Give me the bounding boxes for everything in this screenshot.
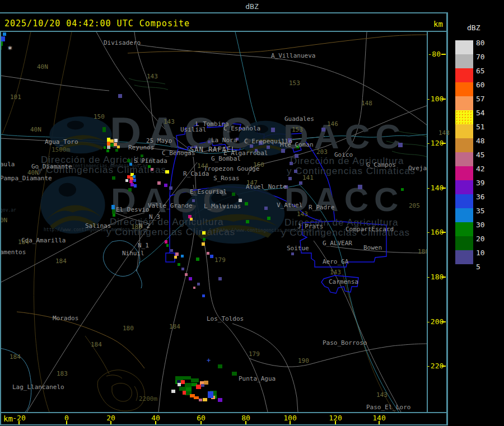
legend-color-box: [455, 166, 473, 180]
echo-cell: [129, 163, 132, 166]
place-label: N_1: [138, 242, 149, 249]
legend-color-box: [455, 96, 473, 110]
place-label: Bowen: [363, 244, 382, 251]
timestamp-label: 2025/10/20 04:42:00 UTC Composite: [4, 18, 190, 29]
place-label: S_Rosas: [213, 175, 239, 182]
place-label: V_Atuel: [277, 202, 302, 209]
route-label: 153: [289, 79, 300, 87]
radar-app-window: dBZ 2025/10/20 04:42:00 UTC Composite km: [0, 0, 504, 426]
place-label: Lag_Llancanelo: [12, 383, 64, 391]
route-label: 179: [249, 350, 260, 358]
point-marker: +: [207, 357, 211, 364]
watermark-caption-line1: Dirección de Agricultura: [110, 217, 235, 227]
echo-cell: [165, 170, 169, 174]
route-label: 160: [253, 161, 264, 168]
echo-cell: [202, 294, 205, 297]
echo-cell: [232, 372, 237, 376]
echo-cell: [181, 268, 184, 270]
map-border-right: [427, 32, 428, 412]
echo-cell: [196, 385, 201, 389]
x-axis-tick: [110, 421, 111, 424]
route-label: 141: [302, 174, 314, 181]
x-axis-tick: [245, 421, 246, 424]
legend-color-box: [455, 54, 473, 68]
echo-cell: [203, 238, 206, 241]
echo-cell: [321, 128, 325, 132]
y-axis-tick: [441, 232, 446, 233]
y-axis-tick-label: -140: [426, 184, 441, 192]
route-label: 146: [327, 120, 338, 128]
route-label: 40N: [30, 126, 41, 133]
place-label: G_ALVEAR: [323, 240, 352, 247]
place-label: El_Desvio: [116, 206, 150, 213]
legend-color-box: [455, 138, 473, 152]
echo-cell: [199, 399, 202, 401]
echo-cell: [134, 184, 137, 188]
bottom-frame-line: [0, 424, 448, 425]
place-label: A_Villanueva: [271, 52, 315, 59]
place-label: Carmensa: [329, 278, 358, 285]
route-label: 143: [376, 391, 388, 399]
echo-cell: [186, 387, 192, 391]
place-label: 25_Mayo: [146, 137, 172, 144]
echo-cell: [398, 143, 403, 147]
echo-cell: [189, 277, 192, 280]
place-label: Morados: [53, 315, 78, 322]
echo-cell: [178, 263, 180, 266]
echo-cell: [193, 287, 195, 289]
y-axis-tick-label: -80: [426, 50, 441, 58]
echo-cell: [3, 32, 6, 36]
x-axis-tick: [155, 421, 156, 424]
route-label: 143: [330, 269, 341, 276]
route-label: 179: [214, 256, 226, 264]
legend-value-label: 57: [476, 95, 485, 103]
legend-value-label: 70: [476, 53, 485, 61]
echo-cell: [190, 218, 193, 221]
echo-cell: [202, 242, 205, 246]
echo-cell: [245, 202, 248, 205]
echo-cell: [1, 46, 2, 50]
place-label: amentos: [1, 249, 26, 256]
echo-cell: [295, 154, 298, 158]
route-label: 147: [246, 179, 258, 186]
legend-value-label: 45: [476, 151, 485, 159]
echo-cell: [175, 376, 183, 380]
title-bar: dBZ: [0, 0, 504, 12]
legend-value-label: 20: [476, 235, 485, 243]
info-bar: 2025/10/20 04:42:00 UTC Composite km: [0, 13, 504, 31]
place-label: Goico: [334, 151, 353, 158]
legend-value-label: 48: [476, 137, 485, 145]
echo-cell: [106, 149, 109, 152]
echo-cell: [174, 256, 177, 259]
echo-cell: [169, 186, 172, 190]
place-label: Punta_Agua: [239, 375, 276, 382]
y-axis-tick: [441, 54, 446, 55]
legend-color-box: [455, 68, 473, 82]
y-axis-tick-label: -180: [426, 273, 441, 281]
echo-cell: [194, 396, 199, 399]
echo-cell: [183, 376, 191, 380]
x-axis-tick: [66, 421, 67, 424]
place-label: C_Española: [223, 125, 260, 132]
right-axis-unit: km: [433, 20, 443, 29]
echo-cell: [281, 149, 285, 153]
echo-cell: [127, 159, 130, 162]
place-label: R_Padre: [309, 204, 334, 211]
place-label: Paso_El_Loro: [366, 404, 410, 411]
echo-cell: [104, 146, 106, 149]
echo-cell: [271, 128, 275, 132]
map-border-bottom: [0, 412, 448, 413]
y-axis-tick-label: -220: [426, 362, 441, 370]
echo-cell: [299, 181, 302, 185]
place-label: N_3: [149, 213, 160, 221]
place-label: Pampa_Diamante: [1, 175, 52, 182]
echo-cell: [133, 179, 136, 182]
place-label: Valle_Grande: [148, 202, 192, 209]
echo-cell: [290, 162, 293, 165]
echo-cell: [288, 177, 292, 180]
echo-cell: [183, 391, 186, 395]
y-axis-tick: [441, 321, 446, 322]
echo-cell: [102, 127, 106, 132]
echo-cell: [112, 176, 115, 180]
legend-color-box: [455, 180, 473, 194]
